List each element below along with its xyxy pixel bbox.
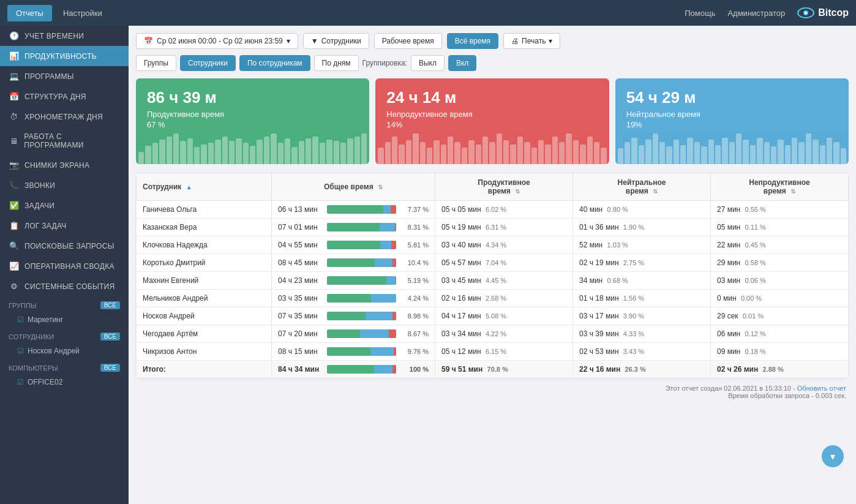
sidebar-item-задачи[interactable]: ✅ЗАДАЧИ bbox=[0, 195, 129, 216]
nav-tab-settings[interactable]: Настройки bbox=[54, 5, 111, 21]
sidebar-item-звонки[interactable]: 📞ЗВОНКИ bbox=[0, 175, 129, 195]
sidebar-item-структура-дня[interactable]: 📅СТРУКТУРА ДНЯ bbox=[0, 86, 129, 107]
cell-total: 08 ч 15 мин 9.76 % bbox=[271, 343, 435, 361]
sidebar-item-системные-события[interactable]: ⚙СИСТЕМНЫЕ СОБЫТИЯ bbox=[0, 276, 129, 296]
sort-icon-unprod[interactable]: ⇅ bbox=[790, 188, 795, 195]
sidebar-item-продуктивность[interactable]: 📊ПРОДУКТИВНОСТЬ bbox=[0, 46, 129, 66]
by-days-btn[interactable]: По дням bbox=[314, 55, 359, 71]
bar-element bbox=[399, 145, 404, 164]
sort-icon-total[interactable]: ⇅ bbox=[378, 184, 383, 190]
productive-bar bbox=[327, 258, 375, 267]
bar-element bbox=[833, 142, 839, 164]
neutral-time: 01 ч 18 мин bbox=[579, 294, 619, 303]
scroll-to-top-btn[interactable]: ▾ bbox=[822, 445, 844, 467]
bar-element bbox=[145, 146, 151, 164]
bar-cell: 08 ч 15 мин 9.76 % bbox=[278, 347, 429, 356]
unprod-time: 29 сек bbox=[717, 312, 738, 320]
menu-icon: 📞 bbox=[9, 181, 20, 190]
unproductive-bar bbox=[391, 205, 396, 214]
logo: Bitcop bbox=[797, 7, 849, 18]
bar-element bbox=[813, 140, 818, 164]
table-total-row: Итого: 84 ч 34 мин 100 % 59 ч 51 мин 70.… bbox=[137, 361, 849, 378]
sidebar-employee-noskov[interactable]: ☑ Носков Андрей bbox=[0, 343, 129, 359]
table-row: Чикризов Антон 08 ч 15 мин 9.76 % 05 ч 1… bbox=[137, 343, 849, 361]
cell-neutral: 52 мин 1.03 % bbox=[573, 236, 710, 254]
cell-productive: 02 ч 16 мин 2.68 % bbox=[435, 290, 573, 307]
sort-icon-employee[interactable]: ▲ bbox=[186, 184, 192, 190]
employees-filter-btn[interactable]: ▼ Сотрудники bbox=[303, 33, 369, 49]
grouping-on-btn[interactable]: Вкл bbox=[448, 55, 476, 71]
card-bars-0 bbox=[136, 134, 369, 164]
sidebar-item-учет-времени[interactable]: 🕐УЧЕТ ВРЕМЕНИ bbox=[0, 26, 129, 46]
date-range-picker[interactable]: 📅 Ср 02 июня 00:00 - Ср 02 июня 23:59 ▾ bbox=[136, 33, 298, 49]
nav-tab-reports[interactable]: Отчеты bbox=[7, 5, 52, 21]
sidebar-item-хронометраж-дня[interactable]: ⏱ХРОНОМЕТРАЖ ДНЯ bbox=[0, 107, 129, 127]
bar-element bbox=[264, 137, 269, 164]
unprod-pct: 0.00 % bbox=[741, 295, 762, 302]
neutral-time: 34 мин bbox=[579, 276, 603, 285]
bar-element bbox=[468, 140, 474, 164]
print-btn[interactable]: 🖨 Печать ▾ bbox=[503, 33, 560, 49]
prod-pct: 6.02 % bbox=[486, 206, 506, 213]
sidebar-item-оперативная-сводка[interactable]: 📈ОПЕРАТИВНАЯ СВОДКА bbox=[0, 256, 129, 276]
card-time-1: 24 ч 14 м bbox=[386, 88, 598, 107]
sort-icon-neutral[interactable]: ⇅ bbox=[653, 188, 658, 195]
sidebar-item-снимки-экрана[interactable]: 📷СНИМКИ ЭКРАНА bbox=[0, 155, 129, 175]
bar-element bbox=[257, 140, 262, 164]
neutral-bar bbox=[360, 329, 389, 338]
all-time-btn[interactable]: Всё время bbox=[447, 33, 498, 49]
sidebar-group-marketing[interactable]: ☑ Маркетинг bbox=[0, 312, 129, 328]
total-pct: 100 % bbox=[401, 366, 429, 373]
unprod-pct: 0.12 % bbox=[745, 330, 766, 337]
by-employees-btn[interactable]: По сотрудникам bbox=[239, 55, 310, 71]
productive-bar bbox=[327, 223, 380, 231]
sidebar-computer-office02[interactable]: ☑ OFFICE02 bbox=[0, 374, 129, 390]
employee-name: Носков Андрей bbox=[28, 347, 80, 355]
help-link[interactable]: Помощь bbox=[685, 9, 715, 18]
bar-element bbox=[757, 138, 762, 164]
menu-icon: 🕐 bbox=[9, 31, 20, 40]
cell-employee: Махнин Евгений bbox=[137, 272, 272, 290]
groups-tab-btn[interactable]: Группы bbox=[136, 55, 176, 71]
employees-all-badge[interactable]: Все bbox=[100, 333, 120, 340]
sidebar-item-лог-задач[interactable]: 📋ЛОГ ЗАДАЧ bbox=[0, 216, 129, 236]
bar-element bbox=[798, 142, 804, 164]
bar-element bbox=[653, 134, 658, 164]
cell-total-total: 84 ч 34 мин 100 % bbox=[271, 361, 435, 378]
bar-element bbox=[778, 140, 783, 164]
print-chevron: ▾ bbox=[549, 37, 552, 45]
neutral-bar bbox=[366, 312, 392, 320]
calendar-icon: 📅 bbox=[144, 37, 153, 45]
bar-element bbox=[347, 138, 353, 164]
unproductive-bar bbox=[392, 312, 396, 320]
menu-label: ПРОДУКТИВНОСТЬ bbox=[24, 52, 97, 61]
employees-tab-btn[interactable]: Сотрудники bbox=[180, 55, 236, 71]
groups-all-badge[interactable]: Все bbox=[100, 301, 120, 309]
update-report-link[interactable]: Обновить отчет bbox=[797, 385, 846, 392]
checkbox-icon: ☑ bbox=[17, 315, 24, 324]
grouping-off-btn[interactable]: Выкл bbox=[411, 55, 445, 71]
neutral-pct: 0.80 % bbox=[607, 206, 628, 213]
work-time-btn[interactable]: Рабочее время bbox=[374, 33, 442, 49]
unprod-pct: 0.01 % bbox=[743, 312, 764, 320]
admin-dropdown[interactable]: Администратор bbox=[727, 9, 785, 18]
bar-element bbox=[159, 140, 165, 164]
total-pct: 8.67 % bbox=[401, 330, 429, 337]
bar-wrapper bbox=[327, 294, 396, 303]
sidebar-item-программы[interactable]: 💻ПРОГРАММЫ bbox=[0, 66, 129, 86]
sidebar-item-работа-с-программами[interactable]: 🖥РАБОТА С ПРОГРАММАМИ bbox=[0, 127, 129, 155]
sort-icon-prod[interactable]: ⇅ bbox=[515, 188, 520, 195]
bar-element bbox=[625, 142, 630, 164]
prod-time: 05 ч 05 мин bbox=[441, 205, 481, 214]
data-table: Сотрудник ▲ Общее время ⇅ Продуктивноевр… bbox=[136, 173, 849, 378]
cell-neutral: 03 ч 17 мин 3.90 % bbox=[573, 307, 710, 325]
neutral-bar bbox=[375, 258, 392, 267]
computers-all-badge[interactable]: Все bbox=[100, 364, 120, 372]
unprod-time: 27 мин bbox=[717, 205, 740, 214]
bar-element bbox=[152, 143, 158, 164]
neutral-time: 02 ч 19 мин bbox=[579, 258, 619, 267]
neutral-time: 52 мин bbox=[579, 241, 603, 249]
sidebar-item-поисковые-запросы[interactable]: 🔍ПОИСКОВЫЕ ЗАПРОСЫ bbox=[0, 236, 129, 256]
total-time: 07 ч 01 мин bbox=[278, 223, 322, 231]
neutral-pct: 3.90 % bbox=[623, 312, 644, 320]
